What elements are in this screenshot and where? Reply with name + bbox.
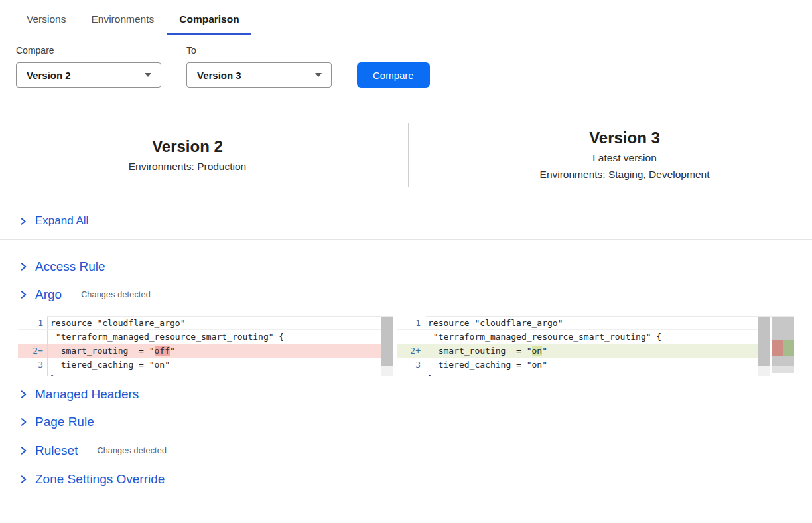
changes-badge: Changes detected <box>81 290 151 299</box>
diff-overview-ruler[interactable] <box>772 316 794 376</box>
section-managed-headers[interactable]: Managed Headers <box>0 387 812 402</box>
section-zone-settings-override[interactable]: Zone Settings Override <box>0 472 812 486</box>
line-number <box>397 372 425 376</box>
chevron-right-icon <box>19 417 28 427</box>
expand-all-button[interactable]: Expand All <box>0 196 812 240</box>
chevron-down-icon <box>315 73 322 77</box>
diff-line-added: 2+ smart_routing = "on" <box>397 344 758 358</box>
scrollbar-thumb[interactable] <box>381 316 393 366</box>
chevron-right-icon <box>19 262 28 271</box>
to-label: To <box>186 45 332 56</box>
tab-bar: Versions Environments Comparison <box>0 0 812 35</box>
diff-line: "terraform_managed_resource_smart_routin… <box>18 330 381 344</box>
version-compare-header: Version 2 Environments: Production Versi… <box>0 113 812 196</box>
removed-marker <box>772 340 783 356</box>
compare-button[interactable]: Compare <box>357 62 430 88</box>
compare-label: Compare <box>16 45 161 56</box>
chevron-right-icon <box>19 475 28 484</box>
version-right-panel: Version 3 Latest version Environments: S… <box>409 129 812 181</box>
line-number: 1 <box>397 316 425 329</box>
diff-line: 3 tiered_caching = "on" <box>18 358 381 372</box>
scrollbar[interactable] <box>758 316 770 376</box>
diff-line: 1 resource "cloudflare_argo" <box>18 316 381 330</box>
code-text: smart_routing = "on" <box>425 344 758 358</box>
compare-from-group: Compare Version 2 <box>16 45 161 88</box>
line-number: 3 <box>18 358 47 372</box>
right-version-title: Version 3 <box>437 129 812 147</box>
left-version-title: Version 2 <box>0 137 375 156</box>
compare-controls: Compare Version 2 To Version 3 Compare <box>0 35 812 88</box>
diff-line: } <box>397 372 758 376</box>
code-text: "terraform_managed_resource_smart_routin… <box>425 330 758 344</box>
diff-line: "terraform_managed_resource_smart_routin… <box>397 330 758 344</box>
compare-to-value: Version 3 <box>197 70 241 81</box>
section-title: Page Rule <box>35 415 94 429</box>
chevron-right-icon <box>19 446 28 455</box>
diff-line: 3 tiered_caching = "on" <box>397 358 758 372</box>
line-number: 3 <box>397 358 425 372</box>
compare-from-select[interactable]: Version 2 <box>16 62 161 88</box>
section-page-rule[interactable]: Page Rule <box>0 415 812 429</box>
code-text: } <box>425 372 758 376</box>
code-text: smart_routing = "off" <box>47 344 381 358</box>
section-title: Zone Settings Override <box>35 472 165 486</box>
diff-right-pane: 1 resource "cloudflare_argo" "terraform_… <box>397 316 794 376</box>
tab-comparison[interactable]: Comparison <box>167 13 251 35</box>
compare-to-select[interactable]: Version 3 <box>186 62 332 88</box>
argo-diff-view: 1 resource "cloudflare_argo" "terraform_… <box>18 316 812 376</box>
tab-versions[interactable]: Versions <box>27 13 66 35</box>
chevron-right-icon <box>19 217 27 226</box>
scrollbar[interactable] <box>381 316 393 376</box>
tab-environments[interactable]: Environments <box>91 13 154 35</box>
line-number <box>18 372 47 376</box>
section-argo[interactable]: Argo Changes detected <box>0 287 812 302</box>
code-text: tiered_caching = "on" <box>47 358 381 372</box>
compare-to-group: To Version 3 <box>186 45 332 88</box>
line-number: 1 <box>18 316 47 329</box>
section-title: Access Rule <box>35 260 105 274</box>
compare-from-value: Version 2 <box>27 70 71 81</box>
scrollbar-thumb[interactable] <box>758 316 770 366</box>
chevron-right-icon <box>19 290 28 299</box>
section-access-rule[interactable]: Access Rule <box>0 260 812 274</box>
right-version-environments: Environments: Staging, Development <box>437 169 812 181</box>
section-title: Ruleset <box>35 443 78 458</box>
code-text: resource "cloudflare_argo" <box>425 316 758 329</box>
added-marker <box>783 340 794 356</box>
diff-left-code: 1 resource "cloudflare_argo" "terraform_… <box>18 316 381 376</box>
code-text: tiered_caching = "on" <box>425 358 758 372</box>
version-left-panel: Version 2 Environments: Production <box>0 137 408 173</box>
section-ruleset[interactable]: Ruleset Changes detected <box>0 443 812 458</box>
expand-all-label: Expand All <box>35 214 88 228</box>
code-text: "terraform_managed_resource_smart_routin… <box>47 330 381 344</box>
line-number <box>397 330 425 344</box>
diff-line: 1 resource "cloudflare_argo" <box>397 316 758 330</box>
line-number: 2+ <box>397 344 425 358</box>
code-text: } <box>47 372 381 376</box>
line-number: 2− <box>18 344 47 358</box>
diff-left-pane: 1 resource "cloudflare_argo" "terraform_… <box>18 316 393 376</box>
line-number <box>18 330 47 344</box>
right-version-latest: Latest version <box>437 152 812 164</box>
diff-right-code: 1 resource "cloudflare_argo" "terraform_… <box>397 316 758 376</box>
chevron-right-icon <box>19 390 28 399</box>
changes-badge: Changes detected <box>97 446 167 455</box>
code-text: resource "cloudflare_argo" <box>47 316 381 329</box>
left-version-environments: Environments: Production <box>0 161 375 173</box>
diff-line-removed: 2− smart_routing = "off" <box>18 344 381 358</box>
chevron-down-icon <box>145 73 151 77</box>
section-title: Managed Headers <box>35 387 139 402</box>
section-title: Argo <box>35 287 62 302</box>
diff-line: } <box>18 372 381 376</box>
